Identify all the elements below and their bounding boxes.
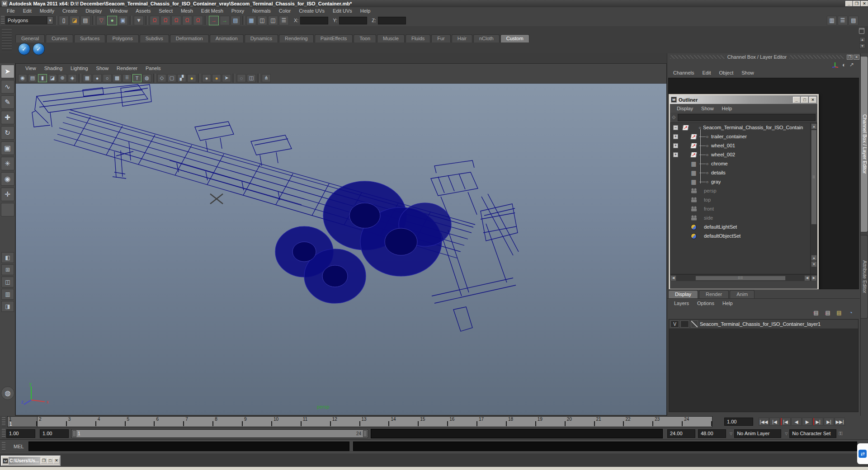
outliner-titlebar[interactable]: M Outliner _ □ ✕ — [670, 95, 817, 104]
menu-proxy[interactable]: Proxy — [227, 8, 248, 14]
outliner-item-gray[interactable]: ▦──○gray — [670, 177, 817, 186]
channelbox-menu-show[interactable]: Show — [737, 70, 758, 76]
outliner-item-seacom-terminal-chassis-for-iso-contain[interactable]: −↗○Seacom_Terminal_Chassis_for_ISO_Conta… — [670, 123, 817, 132]
viewport-menu-show[interactable]: Show — [92, 65, 113, 71]
shelf-tab-ncloth[interactable]: nCloth — [473, 34, 500, 42]
render-settings-button[interactable]: ☰ — [279, 16, 289, 25]
snap-to-grids-button[interactable]: Ω — [150, 16, 160, 25]
snap-to-view-planes-button[interactable]: Ω — [182, 16, 192, 25]
frame-11[interactable]: 11 — [302, 417, 331, 427]
command-line-grip[interactable] — [2, 442, 5, 451]
layer-tab-render[interactable]: Render — [699, 290, 729, 298]
menu-edit[interactable]: Edit — [19, 8, 36, 14]
frame-15[interactable]: 15 — [419, 417, 448, 427]
frame-7[interactable]: 7 — [184, 417, 213, 427]
construction-history-button[interactable]: ▤ — [231, 16, 241, 25]
outliner-minimize-button[interactable]: _ — [793, 97, 800, 103]
shelf-tab-polygons[interactable]: Polygons — [106, 34, 138, 42]
animation-end-field[interactable]: 48.00 — [698, 429, 726, 438]
menu-create-uvs[interactable]: Create UVs — [295, 8, 329, 14]
select-by-hierarchy-button[interactable]: ▽ — [96, 16, 106, 25]
image-plane-button[interactable]: ◪ — [48, 74, 57, 82]
scroll-up2-icon[interactable]: ▲ — [811, 255, 817, 261]
menu-color[interactable]: Color — [275, 8, 295, 14]
create-layer-from-selected-button[interactable]: ◔ — [846, 309, 855, 317]
frame-8[interactable]: 8 — [213, 417, 243, 427]
frame-1[interactable]: 11 — [8, 417, 38, 427]
show-tool-settings-button[interactable]: ☰ — [838, 16, 848, 25]
snap-to-curves-button[interactable]: Ω — [160, 16, 170, 25]
shelf-item-2-button[interactable]: ✓ — [33, 43, 45, 55]
2d-pan-zoom-button[interactable]: ⊕ — [58, 74, 67, 82]
close-window-button[interactable]: ✕ — [861, 1, 868, 6]
layer-tab-anim[interactable]: Anim — [730, 290, 755, 298]
scroll-left2-icon[interactable]: ◀ — [804, 275, 810, 281]
lights-selected-button[interactable]: ● — [212, 74, 221, 82]
shelf-scroll-down-button[interactable]: ▼ — [859, 43, 865, 48]
multi-pane-button[interactable]: ◫ — [247, 74, 256, 82]
menu-set-selector[interactable]: Polygons — [5, 16, 47, 24]
shelf-tab-animation[interactable]: Animation — [210, 34, 244, 42]
persp-outliner-layout-button[interactable]: ◫ — [1, 277, 14, 287]
shelf-trash[interactable] — [859, 28, 864, 34]
x-coord-field[interactable] — [300, 17, 328, 24]
layer-visibility-toggle[interactable]: V — [670, 320, 679, 328]
shelf-tab-fur[interactable]: Fur — [431, 34, 451, 42]
move-layer-up-button[interactable]: ↑▤ — [811, 309, 820, 317]
select-tool-button[interactable]: ➤ — [1, 65, 14, 78]
universal-manipulator-tool-button[interactable]: ✳ — [1, 157, 14, 170]
bookmarks-button[interactable]: ▮ — [38, 74, 47, 82]
channelbox-menu-object[interactable]: Object — [715, 70, 737, 76]
play-forwards-button[interactable]: ▶ — [802, 418, 812, 426]
outliner-search-input[interactable] — [678, 114, 816, 121]
frame-24[interactable]: 24 — [683, 417, 712, 427]
outliner-menu-display[interactable]: Display — [673, 105, 697, 112]
viewport-menu-lighting[interactable]: Lighting — [66, 65, 92, 71]
menu-set-selector-arrow[interactable]: ▼ — [47, 16, 53, 24]
wireframe-button[interactable]: ▩ — [113, 74, 122, 82]
show-channel-box-button[interactable]: ▥ — [827, 16, 837, 25]
menu-help[interactable]: Help — [356, 8, 375, 14]
shelf-tab-dynamics[interactable]: Dynamics — [245, 34, 278, 42]
character-set-selector[interactable]: No Character Set — [789, 429, 836, 438]
outliner-maximize-button[interactable]: □ — [801, 97, 808, 103]
expand-icon[interactable]: + — [673, 134, 678, 139]
play-backwards-button[interactable]: ◀ — [791, 418, 802, 426]
minwin-close-button[interactable]: ✕ — [53, 458, 60, 464]
range-slider-track[interactable]: 1 24 — [71, 429, 368, 438]
viewport-menu-shading[interactable]: Shading — [40, 65, 66, 71]
scroll-up-icon[interactable]: ▲ — [811, 123, 817, 129]
layer-menu-help[interactable]: Help — [718, 300, 737, 306]
show-manipulator-tool-button[interactable]: ✛ — [1, 188, 14, 201]
frame-19[interactable]: 19 — [536, 417, 566, 427]
hypergraph-persp-layout-button[interactable]: ▥ — [1, 289, 14, 300]
create-empty-layer-button[interactable]: ▤ — [835, 309, 844, 317]
shelf-tab-general[interactable]: General — [15, 34, 45, 42]
frame-18[interactable]: 18 — [507, 417, 536, 427]
move-layer-down-button[interactable]: ↓▤ — [823, 309, 832, 317]
layer-menu-options[interactable]: Options — [693, 300, 718, 306]
outliner-menu-show[interactable]: Show — [697, 105, 718, 112]
input-to-selected-button[interactable]: → — [209, 16, 219, 25]
menu-file[interactable]: File — [3, 8, 19, 14]
frame-6[interactable]: 6 — [155, 417, 184, 427]
outliner-menu-help[interactable]: Help — [718, 105, 736, 112]
shelf-tab-subdivs[interactable]: Subdivs — [140, 34, 169, 42]
scroll-left-icon[interactable]: ◀ — [670, 275, 676, 281]
range-slider-grip[interactable] — [2, 429, 5, 438]
sphere-layout-button[interactable]: ◍ — [1, 386, 14, 400]
outliner-item-top[interactable]: top — [670, 195, 817, 204]
statusline-grip[interactable] — [1, 16, 5, 25]
select-objects-button[interactable]: ➤ — [222, 74, 231, 82]
outliner-item-defaultlightset[interactable]: defaultLightSet — [670, 222, 817, 231]
shelf-tab-hair[interactable]: Hair — [452, 34, 472, 42]
layer-color-swatch[interactable] — [691, 320, 698, 328]
anim-layer-dropdown-arrow-icon[interactable]: ▽ — [730, 432, 732, 436]
command-line-label[interactable]: MEL — [14, 444, 24, 449]
character-set-dropdown-arrow-icon[interactable]: ▽ — [785, 432, 788, 436]
frame-16[interactable]: 16 — [448, 417, 477, 427]
single-pane-layout-button[interactable]: ◧ — [1, 252, 14, 263]
shelf-scroll-up-button[interactable]: ▲ — [859, 37, 865, 42]
viewport-menu-panels[interactable]: Panels — [142, 65, 165, 71]
menu-mesh[interactable]: Mesh — [177, 8, 197, 14]
